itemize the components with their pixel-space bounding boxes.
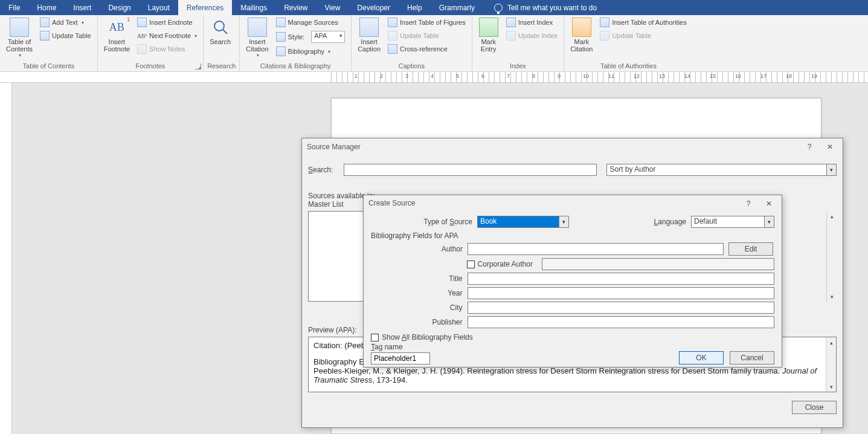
corporate-author-input[interactable]	[542, 258, 774, 270]
scroll-down-icon[interactable]: ▾	[827, 291, 837, 302]
mark-entry-icon	[479, 18, 498, 37]
city-label: City	[371, 303, 468, 312]
help-icon[interactable]: ?	[799, 138, 820, 155]
style-selector[interactable]: Style: APA	[274, 30, 348, 44]
bib-fields-label: Bibliography Fields for APA	[371, 232, 774, 240]
tag-name-label: Tag name	[371, 343, 473, 351]
update-index-button[interactable]: Update Index	[504, 30, 560, 42]
update-toa-button[interactable]: Update Table	[597, 30, 689, 42]
title-input[interactable]	[468, 273, 774, 285]
citation-icon	[248, 18, 267, 37]
endnote-icon	[137, 18, 147, 27]
tell-me[interactable]: Tell me what you want to do	[494, 0, 597, 15]
chevron-down-icon: ▾	[764, 216, 774, 227]
language-label: Language	[654, 218, 691, 226]
chevron-down-icon: ▾	[194, 33, 197, 39]
tab-references[interactable]: References	[178, 0, 232, 15]
preview-scrollbar[interactable]: ▴ ▾	[826, 337, 836, 392]
chevron-down-icon: ▾	[826, 164, 836, 175]
vertical-ruler[interactable]	[0, 83, 12, 434]
show-all-fields-checkbox[interactable]: Show All Bibliography Fields	[371, 333, 473, 342]
sort-by-dropdown[interactable]: Sort by Author▾	[606, 164, 837, 176]
ruler-number: 2	[380, 73, 383, 79]
ribbon-tabs: File Home Insert Design Layout Reference…	[0, 0, 868, 15]
tab-help[interactable]: Help	[399, 0, 431, 15]
search-input[interactable]	[344, 164, 597, 176]
help-icon[interactable]: ?	[738, 195, 759, 212]
mark-entry-button[interactable]: Mark Entry	[476, 16, 501, 61]
insert-index-button[interactable]: Insert Index	[504, 16, 560, 28]
update-index-icon	[506, 31, 516, 40]
insert-citation-button[interactable]: Insert Citation ▾	[243, 16, 271, 61]
current-list-scrollbar[interactable]: ▴ ▾	[826, 211, 837, 302]
chevron-down-icon: ▾	[82, 20, 84, 25]
tof-icon	[388, 18, 397, 27]
tab-layout[interactable]: Layout	[140, 0, 178, 15]
close-icon[interactable]: ✕	[820, 138, 840, 155]
ruler-number: 7	[507, 73, 510, 79]
ok-button[interactable]: OK	[679, 351, 724, 364]
create-source-titlebar[interactable]: Create Source ? ✕	[364, 195, 782, 211]
search-button[interactable]: Search	[207, 16, 233, 61]
update-tof-button[interactable]: Update Table	[385, 30, 468, 42]
tab-design[interactable]: Design	[100, 0, 139, 15]
corporate-author-label: Corporate Author	[478, 260, 533, 268]
update-tof-label: Update Table	[400, 32, 439, 39]
language-dropdown[interactable]: Default▾	[691, 216, 774, 228]
group-toc: Table of Contents ▾ Add Text▾ Update Tab…	[0, 15, 98, 71]
toc-label: Table of Contents	[6, 38, 33, 53]
author-input[interactable]	[468, 243, 724, 255]
cancel-button[interactable]: Cancel	[730, 351, 774, 364]
ribbon: Table of Contents ▾ Add Text▾ Update Tab…	[0, 15, 868, 72]
close-button[interactable]: Close	[792, 401, 837, 414]
insert-footnote-button[interactable]: AB1 Insert Footnote	[101, 16, 132, 61]
chevron-down-icon: ▾	[328, 49, 330, 54]
toc-icon	[10, 18, 29, 37]
horizontal-ruler[interactable]: 12345678910111213141516171819	[0, 72, 868, 83]
cross-reference-button[interactable]: Cross-reference	[385, 43, 468, 55]
source-manager-titlebar[interactable]: Source Manager ? ✕	[302, 138, 843, 155]
scroll-down-icon[interactable]: ▾	[826, 381, 836, 392]
type-of-source-dropdown[interactable]: Book▾	[477, 216, 569, 228]
corporate-author-checkbox[interactable]: Corporate Author	[467, 260, 539, 268]
tab-mailings[interactable]: Mailings	[232, 0, 275, 15]
next-footnote-button[interactable]: AB¹Next Footnote▾	[135, 30, 199, 42]
bibliography-label: Bibliography	[288, 48, 325, 55]
tab-grammarly[interactable]: Grammarly	[431, 0, 483, 15]
ruler-number: 12	[634, 73, 640, 79]
tab-view[interactable]: View	[317, 0, 349, 15]
manage-sources-button[interactable]: Manage Sources	[274, 16, 348, 28]
insert-toa-button[interactable]: Insert Table of Authorities	[597, 16, 689, 28]
tag-name-input[interactable]	[371, 352, 430, 364]
edit-author-button[interactable]: Edit	[728, 242, 773, 256]
footnotes-dialog-launcher[interactable]	[195, 63, 201, 70]
scroll-up-icon[interactable]: ▴	[826, 337, 836, 348]
show-notes-button[interactable]: Show Notes	[135, 43, 199, 55]
group-research-label: Research	[207, 61, 236, 71]
insert-caption-button[interactable]: Insert Caption	[355, 16, 383, 61]
insert-toa-label: Insert Table of Authorities	[612, 19, 686, 26]
table-of-contents-button[interactable]: Table of Contents ▾	[4, 16, 35, 61]
group-footnotes: AB1 Insert Footnote Insert Endnote AB¹Ne…	[98, 15, 204, 71]
source-manager-title: Source Manager	[307, 143, 361, 151]
scroll-up-icon[interactable]: ▴	[827, 211, 837, 221]
tab-review[interactable]: Review	[275, 0, 316, 15]
year-input[interactable]	[468, 287, 774, 299]
insert-endnote-button[interactable]: Insert Endnote	[135, 16, 199, 28]
tab-insert[interactable]: Insert	[65, 0, 100, 15]
add-text-button[interactable]: Add Text▾	[37, 16, 94, 28]
search-label: Search	[210, 38, 231, 45]
city-input[interactable]	[468, 302, 774, 314]
close-icon[interactable]: ✕	[759, 195, 779, 212]
show-all-fields-label: Show All Bibliography Fields	[382, 333, 473, 342]
tell-me-label: Tell me what you want to do	[507, 4, 597, 12]
publisher-input[interactable]	[468, 316, 774, 328]
style-dropdown[interactable]: APA	[311, 31, 345, 43]
bibliography-button[interactable]: Bibliography▾	[274, 45, 348, 57]
mark-citation-button[interactable]: Mark Citation	[568, 16, 595, 61]
tab-developer[interactable]: Developer	[349, 0, 399, 15]
tab-home[interactable]: Home	[28, 0, 65, 15]
tab-file[interactable]: File	[0, 0, 28, 15]
insert-tof-button[interactable]: Insert Table of Figures	[385, 16, 468, 28]
update-table-button[interactable]: Update Table	[37, 30, 94, 42]
